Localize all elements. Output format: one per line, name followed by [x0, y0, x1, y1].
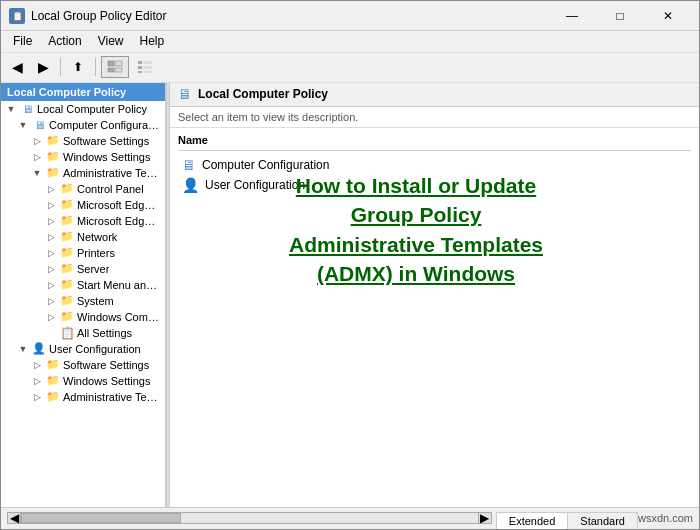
toolbar-separator2	[95, 58, 96, 76]
tree-item-local-policy[interactable]: ▼ 🖥 Local Computer Policy	[1, 101, 165, 117]
expander-software: ▷	[29, 136, 45, 146]
back-button[interactable]: ◀	[5, 56, 29, 78]
tree-item-windows-settings2[interactable]: ▷ 📁 Windows Settings	[1, 373, 165, 389]
tree-item-printers[interactable]: ▷ 📁 Printers	[1, 245, 165, 261]
tree-label-windows-settings2: Windows Settings	[61, 375, 150, 387]
system-icon: 📁	[59, 294, 75, 308]
close-button[interactable]: ✕	[645, 1, 691, 31]
tree-item-admin-templates[interactable]: ▼ 📁 Administrative Te…	[1, 165, 165, 181]
start-menu-icon: 📁	[59, 278, 75, 292]
right-toolbar: Select an item to view its description.	[170, 107, 699, 128]
tree-item-network[interactable]: ▷ 📁 Network	[1, 229, 165, 245]
tab-standard[interactable]: Standard	[568, 512, 638, 529]
right-panel-header: 🖥 Local Computer Policy	[170, 83, 699, 107]
right-header-title: Local Computer Policy	[198, 87, 328, 101]
tab-extended[interactable]: Extended	[496, 512, 568, 529]
tree-item-control-panel[interactable]: ▷ 📁 Control Panel	[1, 181, 165, 197]
windows-comp-icon: 📁	[59, 310, 75, 324]
menu-action[interactable]: Action	[40, 32, 89, 50]
view-button[interactable]	[131, 56, 159, 78]
scroll-track	[21, 512, 478, 524]
tree-item-software-settings[interactable]: ▷ 📁 Software Settings	[1, 133, 165, 149]
tree-item-computer-config[interactable]: ▼ 🖥 Computer Configura…	[1, 117, 165, 133]
statusbar: ◀ ▶ Extended Standard wsxdn.com	[1, 507, 699, 529]
show-hide-button[interactable]	[101, 56, 129, 78]
toolbar: ◀ ▶ ⬆	[1, 53, 699, 83]
watermark: wsxdn.com	[638, 512, 699, 524]
tree-item-software-settings2[interactable]: ▷ 📁 Software Settings	[1, 357, 165, 373]
menu-help[interactable]: Help	[132, 32, 173, 50]
expander-windows: ▷	[29, 152, 45, 162]
forward-button[interactable]: ▶	[31, 56, 55, 78]
control-panel-icon: 📁	[59, 182, 75, 196]
tree-item-server[interactable]: ▷ 📁 Server	[1, 261, 165, 277]
col-header-name: Name	[178, 132, 691, 151]
admin-templates-icon: 📁	[45, 166, 61, 180]
svg-rect-2	[108, 68, 114, 72]
list-item-computer-config[interactable]: 🖥 Computer Configuration	[178, 155, 691, 175]
tree-header: Local Computer Policy	[1, 83, 165, 101]
description-text: Select an item to view its description.	[178, 111, 358, 123]
list-item-user-config[interactable]: 👤 User Configuration	[178, 175, 691, 195]
tree-label-ms-edge2: Microsoft Edg…	[75, 215, 155, 227]
expander-printers: ▷	[43, 248, 59, 258]
all-settings-icon: 📋	[59, 326, 75, 340]
tree-label-software-settings2: Software Settings	[61, 359, 149, 371]
printers-icon: 📁	[59, 246, 75, 260]
tree-label-control-panel: Control Panel	[75, 183, 144, 195]
admin-templates2-icon: 📁	[45, 390, 61, 404]
tree-item-user-config[interactable]: ▼ 👤 User Configuration	[1, 341, 165, 357]
svg-rect-8	[138, 71, 142, 73]
tree-label-windows-settings: Windows Settings	[61, 151, 150, 163]
windows-settings2-icon: 📁	[45, 374, 61, 388]
user-config-icon: 👤	[31, 342, 47, 356]
app-icon: 📋	[9, 8, 25, 24]
scroll-left-button[interactable]: ◀	[7, 512, 21, 524]
user-config-list-label: User Configuration	[205, 178, 305, 192]
scroll-right-button[interactable]: ▶	[478, 512, 492, 524]
svg-rect-7	[143, 66, 152, 69]
tree-item-all-settings[interactable]: ▷ 📋 All Settings	[1, 325, 165, 341]
tree-label-ms-edge1: Microsoft Edg…	[75, 199, 155, 211]
tree-item-ms-edge1[interactable]: ▷ 📁 Microsoft Edg…	[1, 197, 165, 213]
menu-file[interactable]: File	[5, 32, 40, 50]
tree-label-software-settings: Software Settings	[61, 135, 149, 147]
computer-config-list-label: Computer Configuration	[202, 158, 329, 172]
window-controls: — □ ✕	[549, 1, 691, 31]
svg-rect-6	[138, 66, 142, 69]
tree-label-admin-templates: Administrative Te…	[61, 167, 158, 179]
server-icon: 📁	[59, 262, 75, 276]
tree-label-start-menu: Start Menu an…	[75, 279, 157, 291]
network-icon: 📁	[59, 230, 75, 244]
tree-item-system[interactable]: ▷ 📁 System	[1, 293, 165, 309]
tree-label-network: Network	[75, 231, 117, 243]
tree-label-computer-config: Computer Configura…	[47, 119, 159, 131]
tree-item-windows-comp[interactable]: ▷ 📁 Windows Com…	[1, 309, 165, 325]
expander-local-policy: ▼	[3, 104, 19, 114]
minimize-button[interactable]: —	[549, 1, 595, 31]
svg-rect-9	[143, 71, 152, 73]
tree-item-windows-settings[interactable]: ▷ 📁 Windows Settings	[1, 149, 165, 165]
up-button[interactable]: ⬆	[66, 56, 90, 78]
windows-settings-icon: 📁	[45, 150, 61, 164]
expander-user: ▼	[15, 344, 31, 354]
svg-rect-0	[108, 61, 114, 66]
tree-label-windows-comp: Windows Com…	[75, 311, 159, 323]
menu-view[interactable]: View	[90, 32, 132, 50]
user-config-list-icon: 👤	[182, 177, 199, 193]
local-policy-icon: 🖥	[19, 102, 35, 116]
name-column: Name 🖥 Computer Configuration 👤 User Con…	[170, 128, 699, 507]
expander-edge2: ▷	[43, 216, 59, 226]
expander-computer: ▼	[15, 120, 31, 130]
tree-item-ms-edge2[interactable]: ▷ 📁 Microsoft Edg…	[1, 213, 165, 229]
tree-label-admin-templates2: Administrative Te…	[61, 391, 158, 403]
maximize-button[interactable]: □	[597, 1, 643, 31]
scroll-thumb[interactable]	[21, 513, 181, 523]
right-header-icon: 🖥	[178, 86, 192, 102]
tree-label-all-settings: All Settings	[75, 327, 132, 339]
tree-item-start-menu[interactable]: ▷ 📁 Start Menu an…	[1, 277, 165, 293]
tree-item-admin-templates2[interactable]: ▷ 📁 Administrative Te…	[1, 389, 165, 405]
main-container: Local Computer Policy ▼ 🖥 Local Computer…	[1, 83, 699, 507]
expander-admin: ▼	[29, 168, 45, 178]
expander-server: ▷	[43, 264, 59, 274]
